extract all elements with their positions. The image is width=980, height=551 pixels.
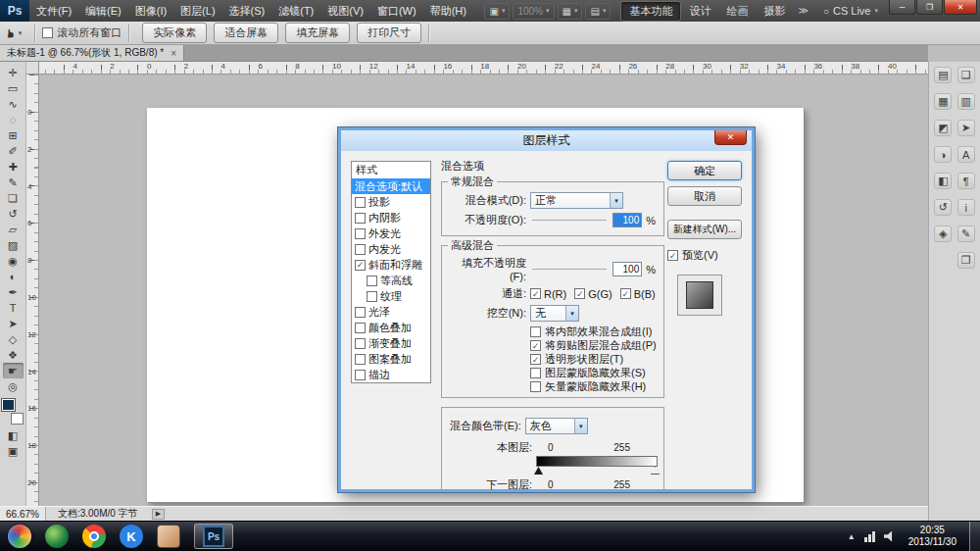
clone-source-panel-icon[interactable]: ❐ [957, 252, 975, 269]
menu-item[interactable]: 窗口(W) [370, 0, 423, 22]
knockout-select[interactable]: 无 ▾ [530, 305, 579, 322]
menu-item[interactable]: 文件(F) [29, 0, 78, 22]
style-item[interactable]: 内发光 [352, 241, 430, 257]
history-brush-tool[interactable]: ↺ [3, 206, 24, 222]
paths-panel-icon[interactable]: ➤ [957, 120, 975, 136]
menu-item[interactable]: 帮助(H) [423, 0, 473, 22]
style-item[interactable]: 纹理 [352, 288, 430, 304]
dialog-close-button[interactable]: ✕ [714, 130, 747, 145]
blend-mode-select[interactable]: 正常 ▾ [530, 192, 623, 209]
rectangular-marquee-tool[interactable]: ▭ [3, 80, 24, 96]
fill-opacity-input[interactable]: 100 [612, 262, 642, 276]
pen-tool[interactable]: ✒ [3, 284, 24, 300]
dialog-titlebar[interactable]: 图层样式 ✕ [341, 130, 752, 151]
style-checkbox[interactable] [355, 338, 366, 349]
this-layer-gradient-slider[interactable] [536, 456, 658, 467]
options-button[interactable]: 填充屏幕 [285, 23, 350, 43]
blur-tool[interactable]: ◉ [3, 253, 24, 269]
history-panel-icon[interactable]: ↺ [934, 199, 952, 216]
styles-panel-icon[interactable]: ◩ [934, 120, 952, 136]
style-checkbox[interactable] [367, 291, 377, 302]
channel-checkbox[interactable]: R(R) [530, 288, 566, 300]
brush-tool[interactable]: ✎ [3, 175, 24, 190]
vertical-ruler[interactable]: 02468101214161820 [26, 75, 39, 506]
clone-stamp-tool[interactable]: ❏ [3, 190, 24, 206]
blend-option-checkbox[interactable]: 将剪贴图层混合成组(P) [530, 339, 656, 352]
browser-icon[interactable] [45, 525, 69, 548]
white-slider-handle[interactable] [651, 467, 660, 475]
new-style-button[interactable]: 新建样式(W)... [667, 220, 742, 239]
spot-healing-brush-tool[interactable]: ✚ [3, 159, 24, 175]
chrome-icon[interactable] [82, 525, 106, 548]
opacity-input[interactable]: 100 [612, 213, 642, 227]
document-tab[interactable]: 未标题-1 @ 66.7%(形状 1, RGB/8) * × [0, 45, 184, 61]
style-checkbox[interactable] [367, 276, 377, 286]
blend-option-checkbox[interactable]: 将内部效果混合成组(I) [530, 326, 656, 338]
style-item[interactable]: 内阴影 [352, 210, 430, 225]
move-tool[interactable]: ✛ [3, 65, 24, 80]
volume-icon[interactable] [884, 531, 896, 542]
restore-button[interactable]: ❐ [916, 0, 943, 15]
menu-item[interactable]: 滤镜(T) [271, 0, 320, 22]
style-item[interactable]: 斜面和浮雕 [352, 257, 430, 273]
3d-rotate-tool[interactable]: ❖ [3, 347, 24, 363]
style-item[interactable]: 图案叠加 [352, 351, 430, 367]
dodge-tool[interactable]: ◐ [3, 269, 24, 284]
menu-item[interactable]: 编辑(E) [78, 0, 128, 22]
paragraph-panel-icon[interactable]: ¶ [957, 173, 975, 189]
show-desktop-button[interactable] [969, 522, 980, 551]
style-checkbox[interactable] [355, 370, 366, 380]
workspace-button[interactable]: 绘画 [718, 2, 756, 21]
masks-panel-icon[interactable]: ◧ [934, 173, 952, 189]
style-item[interactable]: 外发光 [352, 225, 430, 241]
style-item[interactable]: 渐变叠加 [352, 335, 430, 351]
path-selection-tool[interactable]: ➤ [3, 316, 24, 331]
zoom-level-field[interactable]: 66.67% [0, 507, 46, 521]
channel-checkbox[interactable]: G(G) [574, 288, 612, 300]
scroll-all-windows-checkbox[interactable]: 滚动所有窗口 [42, 25, 122, 40]
menu-item[interactable]: 图层(L) [173, 0, 221, 22]
style-item[interactable]: 光泽 [352, 304, 430, 320]
quick-mask-icon[interactable]: ◧ [3, 427, 24, 443]
menu-item[interactable]: 选择(S) [222, 0, 272, 22]
kugou-icon[interactable]: K [120, 525, 143, 548]
character-panel-icon[interactable]: A [957, 146, 975, 163]
layers-panel-icon[interactable]: ❏ [957, 67, 975, 83]
style-checkbox[interactable] [355, 197, 366, 208]
style-item[interactable]: 描边 [352, 367, 430, 382]
screen-mode-icon[interactable]: ▤ ▾ [585, 3, 611, 20]
type-tool[interactable]: T [3, 300, 24, 316]
workspace-overflow-button[interactable]: ≫ [793, 0, 812, 22]
swatches-panel-icon[interactable]: ▦ [934, 93, 952, 110]
blend-option-checkbox[interactable]: 图层蒙版隐藏效果(S) [530, 367, 656, 379]
blend-option-checkbox[interactable]: 透明形状图层(T) [530, 353, 656, 366]
slider-track[interactable] [532, 220, 607, 221]
style-item[interactable]: 混合选项:默认 [352, 178, 430, 194]
style-checkbox[interactable] [355, 307, 366, 318]
channels-panel-icon[interactable]: ▥ [957, 93, 975, 110]
options-button[interactable]: 实际像素 [142, 23, 207, 43]
foreground-color-swatch[interactable] [2, 399, 15, 411]
clock[interactable]: 20:35 2013/11/30 [905, 525, 960, 548]
style-checkbox[interactable] [355, 228, 366, 239]
blend-option-checkbox[interactable]: 矢量蒙版隐藏效果(H) [530, 380, 656, 393]
style-checkbox[interactable] [355, 213, 366, 224]
cancel-button[interactable]: 取消 [667, 186, 742, 206]
close-button[interactable]: ✕ [944, 0, 977, 15]
black-slider-handle[interactable] [534, 467, 543, 475]
quick-selection-tool[interactable]: ◌ [3, 112, 24, 127]
blend-if-select[interactable]: 灰色 ▾ [525, 418, 588, 434]
background-color-swatch[interactable] [11, 413, 24, 425]
lasso-tool[interactable]: ∿ [3, 96, 24, 112]
crop-tool[interactable]: ⊞ [3, 127, 24, 143]
eyedropper-tool[interactable]: ✐ [3, 143, 24, 159]
style-checkbox[interactable] [355, 354, 366, 365]
options-button[interactable]: 适合屏幕 [214, 23, 278, 43]
menu-item[interactable]: 图像(I) [128, 0, 173, 22]
network-icon[interactable] [864, 530, 875, 542]
style-checkbox[interactable] [355, 323, 366, 333]
cs-live-button[interactable]: ○ CS Live ▾ [823, 0, 878, 22]
slider-track[interactable] [532, 269, 607, 270]
avatar-icon[interactable] [157, 525, 180, 548]
color-panel-icon[interactable]: ▤ [934, 67, 952, 83]
